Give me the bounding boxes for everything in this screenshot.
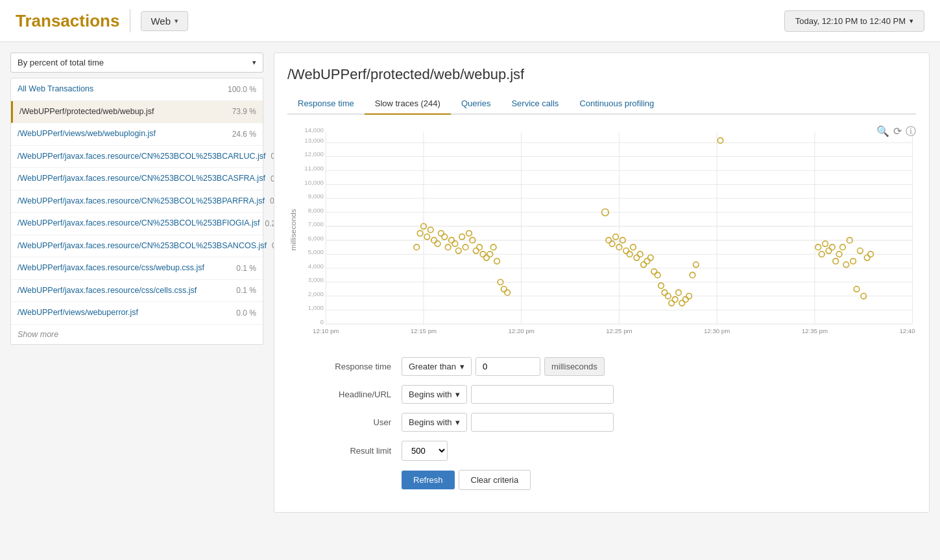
- svg-point-52: [442, 234, 448, 240]
- svg-text:2,000: 2,000: [308, 290, 324, 298]
- transaction-list: All Web Transactions100.0 %/WebUPPerf/pr…: [10, 78, 263, 345]
- svg-text:milliseconds: milliseconds: [289, 209, 298, 251]
- clear-criteria-button[interactable]: Clear criteria: [459, 470, 531, 490]
- result-limit-select[interactable]: 100 200 500 1000: [402, 441, 448, 461]
- list-item-name: /WebUPPerf/javax.faces.resource/css/webu…: [18, 262, 236, 274]
- help-icon[interactable]: ⓘ: [906, 125, 916, 139]
- svg-point-97: [693, 262, 699, 268]
- sidebar: By percent of total time ▾ All Web Trans…: [10, 52, 263, 513]
- list-item-name: /WebUPPerf/javax.faces.resource/css/cell…: [18, 285, 236, 297]
- svg-point-57: [459, 234, 465, 240]
- svg-text:12,000: 12,000: [304, 150, 324, 158]
- header-left: Transactions Web ▾: [16, 9, 188, 32]
- response-time-operator[interactable]: Greater than ▾: [402, 357, 472, 376]
- list-item-name: /WebUPPerf/protected/web/webup.jsf: [19, 106, 232, 118]
- svg-text:5,000: 5,000: [308, 248, 324, 255]
- svg-point-66: [490, 244, 496, 250]
- web-dropdown-chevron: ▾: [175, 17, 178, 25]
- user-operator[interactable]: Begins with ▾: [402, 413, 467, 432]
- svg-point-87: [658, 283, 664, 288]
- svg-point-86: [655, 272, 660, 278]
- list-item[interactable]: /WebUPPerf/protected/web/webup.jsf73.9 %: [11, 101, 263, 124]
- tab-response-time[interactable]: Response time: [287, 93, 365, 115]
- filter-buttons-row: Refresh Clear criteria: [313, 470, 916, 490]
- list-item-pct: 24.6 %: [232, 130, 256, 139]
- svg-point-80: [634, 255, 640, 261]
- list-item[interactable]: /WebUPPerf/javax.faces.resource/CN%253BC…: [11, 213, 263, 235]
- svg-point-56: [455, 248, 461, 253]
- app-title: Transactions: [16, 11, 119, 31]
- svg-point-88: [662, 290, 668, 296]
- list-item-pct: 73.9 %: [232, 107, 256, 116]
- svg-text:12:10 pm: 12:10 pm: [313, 327, 339, 334]
- svg-text:14,000: 14,000: [304, 126, 324, 134]
- sort-dropdown-label: By percent of total time: [18, 58, 104, 67]
- svg-point-103: [833, 259, 839, 264]
- list-item-name: /WebUPPerf/javax.faces.resource/CN%253BC…: [18, 173, 271, 185]
- svg-point-70: [505, 290, 511, 296]
- list-item[interactable]: /WebUPPerf/javax.faces.resource/css/cell…: [11, 280, 263, 303]
- svg-point-67: [494, 259, 500, 264]
- svg-point-69: [501, 286, 507, 292]
- user-value[interactable]: [471, 413, 614, 432]
- list-item[interactable]: /WebUPPerf/javax.faces.resource/css/webu…: [11, 257, 263, 280]
- svg-point-58: [463, 244, 468, 250]
- tab-bar: Response timeSlow traces (244)QueriesSer…: [287, 93, 916, 115]
- result-limit-label: Result limit: [313, 446, 391, 456]
- web-dropdown[interactable]: Web ▾: [141, 11, 188, 31]
- zoom-icon[interactable]: 🔍: [876, 125, 889, 139]
- filter-buttons: Refresh Clear criteria: [402, 470, 531, 490]
- sort-dropdown[interactable]: By percent of total time ▾: [10, 52, 263, 73]
- tab-service-calls[interactable]: Service calls: [501, 93, 569, 115]
- list-item-name: All Web Transactions: [18, 84, 228, 95]
- tab-continuous-profiling[interactable]: Continuous profiling: [569, 93, 664, 115]
- list-item[interactable]: /WebUPPerf/views/web/webuplogin.jsf24.6 …: [11, 123, 263, 146]
- headline-url-value[interactable]: [471, 385, 614, 404]
- svg-text:0: 0: [320, 318, 324, 325]
- svg-text:11,000: 11,000: [304, 165, 324, 172]
- list-item[interactable]: /WebUPPerf/javax.faces.resource/CN%253BC…: [11, 168, 263, 191]
- list-item[interactable]: /WebUPPerf/javax.faces.resource/CN%253BC…: [11, 235, 263, 258]
- list-item[interactable]: /WebUPPerf/views/webuperror.jsf0.0 %: [11, 302, 263, 325]
- show-more-link[interactable]: Show more: [11, 325, 263, 344]
- svg-text:12:35 pm: 12:35 pm: [802, 327, 828, 334]
- list-item[interactable]: /WebUPPerf/javax.faces.resource/CN%253BC…: [11, 146, 263, 169]
- svg-text:13,000: 13,000: [304, 137, 324, 144]
- user-label: User: [313, 417, 391, 427]
- svg-point-93: [679, 300, 685, 306]
- header-divider: [130, 9, 130, 32]
- svg-text:12:25 pm: 12:25 pm: [606, 327, 632, 334]
- list-item-pct: 100.0 %: [228, 85, 256, 94]
- svg-point-51: [439, 231, 444, 237]
- svg-point-50: [435, 241, 440, 247]
- tab-queries[interactable]: Queries: [451, 93, 501, 115]
- user-operator-label: Begins with: [409, 417, 452, 427]
- svg-point-101: [826, 248, 832, 253]
- user-operator-chevron: ▾: [455, 417, 460, 427]
- response-time-label: Response time: [313, 362, 391, 371]
- svg-point-47: [424, 234, 430, 240]
- list-item[interactable]: /WebUPPerf/javax.faces.resource/CN%253BC…: [11, 191, 263, 213]
- main-layout: By percent of total time ▾ All Web Trans…: [0, 42, 940, 523]
- time-range-button[interactable]: Today, 12:10 PM to 12:40 PM ▾: [784, 10, 924, 32]
- response-time-operator-chevron: ▾: [460, 362, 464, 371]
- sort-dropdown-chevron: ▾: [252, 58, 256, 67]
- chart-icons: 🔍 ⟳ ⓘ: [876, 125, 916, 139]
- svg-text:12:40 pm: 12:40 pm: [899, 327, 916, 334]
- response-time-controls: Greater than ▾ milliseconds: [402, 357, 605, 376]
- result-limit-row: Result limit 100 200 500 1000: [313, 441, 916, 461]
- svg-point-96: [690, 272, 695, 278]
- time-range-chevron: ▾: [910, 17, 913, 25]
- refresh-button[interactable]: Refresh: [402, 471, 455, 489]
- tab-slow-traces--244-[interactable]: Slow traces (244): [365, 93, 451, 115]
- app-header: Transactions Web ▾ Today, 12:10 PM to 12…: [0, 0, 940, 42]
- svg-point-106: [843, 262, 849, 268]
- refresh-chart-icon[interactable]: ⟳: [893, 125, 902, 139]
- headline-url-operator-chevron: ▾: [455, 390, 460, 399]
- list-item[interactable]: All Web Transactions100.0 %: [11, 78, 263, 101]
- svg-text:1,000: 1,000: [308, 304, 324, 311]
- headline-url-operator[interactable]: Begins with ▾: [402, 385, 467, 404]
- list-item-name: /WebUPPerf/javax.faces.resource/CN%253BC…: [18, 151, 271, 163]
- response-time-value[interactable]: [476, 357, 540, 376]
- list-item-name: /WebUPPerf/javax.faces.resource/CN%253BC…: [18, 240, 272, 252]
